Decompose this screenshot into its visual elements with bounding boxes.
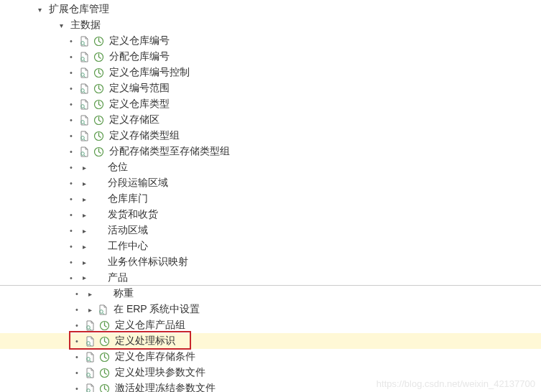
document-icon <box>78 113 91 126</box>
bullet-icon: • <box>70 353 83 361</box>
tree-item-label[interactable]: 在 ERP 系统中设置 <box>111 303 203 316</box>
document-icon <box>78 98 91 111</box>
tree-item[interactable]: •▸称重 <box>0 286 541 302</box>
bullet-icon: • <box>65 210 78 219</box>
tree-item[interactable]: •定义存储区 <box>0 112 541 128</box>
tree-item[interactable]: •分配存储类型至存储类型组 <box>0 144 541 159</box>
activity-icon[interactable] <box>98 350 111 363</box>
expand-icon[interactable]: ▸ <box>78 243 91 251</box>
tree-item[interactable]: •定义仓库编号控制 <box>0 65 541 80</box>
tree-item[interactable]: •定义仓库产品组 <box>0 317 541 333</box>
expand-icon[interactable]: ▸ <box>78 164 91 172</box>
tree-item-label[interactable]: 仓库库门 <box>105 192 151 205</box>
bullet-icon: • <box>65 163 78 172</box>
activity-icon[interactable] <box>92 82 105 95</box>
tree-item-label[interactable]: 激活处理冻结参数文件 <box>112 382 218 392</box>
tree-item[interactable]: •▸发货和收货 <box>0 207 541 223</box>
tree-item-label[interactable]: 业务伙伴标识映射 <box>105 256 191 269</box>
tree-item-label[interactable]: 定义仓库产品组 <box>112 319 188 332</box>
activity-icon[interactable] <box>98 335 111 347</box>
tree-item-label[interactable]: 定义处理标识 <box>112 335 178 347</box>
tree-item-label[interactable]: 工作中心 <box>105 240 151 253</box>
tree-item[interactable]: •▸业务伙伴标识映射 <box>0 254 541 270</box>
activity-icon[interactable] <box>92 129 105 142</box>
activity-icon[interactable] <box>98 366 111 379</box>
tree-item[interactable]: •▸分段运输区域 <box>0 175 541 191</box>
tree-item-label[interactable]: 活动区域 <box>105 224 151 237</box>
tree-item-label[interactable]: 定义处理块参数文件 <box>112 366 208 379</box>
tree-item[interactable]: •分配仓库编号 <box>0 49 541 65</box>
bullet-icon: • <box>65 274 78 282</box>
tree-item[interactable]: •定义处理标识 <box>0 333 541 349</box>
activity-icon[interactable] <box>98 319 111 332</box>
bullet-icon: • <box>70 321 83 330</box>
activity-icon[interactable] <box>92 50 105 63</box>
collapse-icon[interactable]: ▾ <box>55 22 68 29</box>
tree-item-label[interactable]: 定义编号范围 <box>106 82 172 95</box>
expand-icon[interactable]: ▸ <box>78 274 91 281</box>
expand-icon[interactable]: ▸ <box>78 258 91 266</box>
tree-node-child[interactable]: ▾ 主数据 <box>0 17 541 33</box>
bullet-icon: • <box>65 242 78 251</box>
tree-item[interactable]: •▸在 ERP 系统中设置 <box>0 302 541 317</box>
tree-item-label[interactable]: 定义存储类型组 <box>106 129 182 142</box>
document-icon <box>78 34 91 47</box>
tree-item[interactable]: •定义仓库编号 <box>0 33 541 49</box>
tree-item[interactable]: •定义仓库存储条件 <box>0 349 541 365</box>
document-icon <box>83 366 96 379</box>
tree-item[interactable]: •定义编号范围 <box>0 80 541 96</box>
tree-item-label[interactable]: 发货和收货 <box>105 208 161 221</box>
bullet-icon: • <box>65 100 78 108</box>
expand-icon[interactable]: ▸ <box>83 290 96 298</box>
tree-item[interactable]: •定义仓库类型 <box>0 96 541 112</box>
tree-item-label[interactable]: 分配存储类型至存储类型组 <box>106 145 233 158</box>
tree-node-root[interactable]: ▾ 扩展仓库管理 <box>0 1 541 17</box>
node-label[interactable]: 主数据 <box>68 19 103 32</box>
document-icon <box>78 145 91 158</box>
tree-item[interactable]: •定义存储类型组 <box>0 128 541 144</box>
document-icon <box>78 82 91 95</box>
tree-item[interactable]: •▸工作中心 <box>0 238 541 254</box>
node-label[interactable]: 扩展仓库管理 <box>46 3 112 16</box>
tree-item-label[interactable]: 分段运输区域 <box>105 177 171 190</box>
collapse-icon[interactable]: ▾ <box>33 6 46 14</box>
document-icon <box>78 129 91 142</box>
tree-item[interactable]: •▸活动区域 <box>0 223 541 238</box>
bullet-icon: • <box>65 179 78 187</box>
bullet-icon: • <box>65 37 78 45</box>
expand-icon[interactable]: ▸ <box>78 227 91 235</box>
tree-item-label[interactable]: 称重 <box>111 287 137 300</box>
tree-item-label[interactable]: 定义仓库存储条件 <box>112 350 198 363</box>
tree-item-label[interactable]: 仓位 <box>105 161 131 174</box>
tree-item-label[interactable]: 定义仓库类型 <box>106 98 172 111</box>
bullet-icon: • <box>70 368 83 377</box>
document-icon <box>83 319 96 332</box>
tree-item-label[interactable]: 分配仓库编号 <box>106 50 172 63</box>
activity-icon[interactable] <box>92 34 105 47</box>
bullet-icon: • <box>65 68 78 77</box>
bullet-icon: • <box>65 226 78 235</box>
tree-item[interactable]: •▸仓位 <box>0 159 541 175</box>
activity-icon[interactable] <box>92 66 105 79</box>
tree-item-label[interactable]: 定义仓库编号控制 <box>106 66 193 79</box>
document-icon <box>83 382 96 392</box>
tree-item[interactable]: •▸仓库库门 <box>0 191 541 207</box>
expand-icon[interactable]: ▸ <box>78 195 91 203</box>
tree-item-label[interactable]: 定义存储区 <box>106 113 162 126</box>
tree-item-label[interactable]: 产品 <box>105 271 131 284</box>
activity-icon[interactable] <box>92 113 105 126</box>
bullet-icon: • <box>65 195 78 203</box>
activity-icon[interactable] <box>92 98 105 111</box>
expand-icon[interactable]: ▸ <box>78 179 91 187</box>
activity-icon[interactable] <box>98 382 111 392</box>
document-icon <box>78 50 91 63</box>
bullet-icon: • <box>65 84 78 93</box>
bullet-icon: • <box>65 147 78 156</box>
bullet-icon: • <box>70 305 83 314</box>
expand-icon[interactable]: ▸ <box>78 211 91 219</box>
tree-item[interactable]: •▸产品 <box>0 270 541 286</box>
tree-item-label[interactable]: 定义仓库编号 <box>106 34 172 47</box>
activity-icon[interactable] <box>92 145 105 158</box>
expand-icon[interactable]: ▸ <box>83 306 96 314</box>
bullet-icon: • <box>70 289 83 298</box>
